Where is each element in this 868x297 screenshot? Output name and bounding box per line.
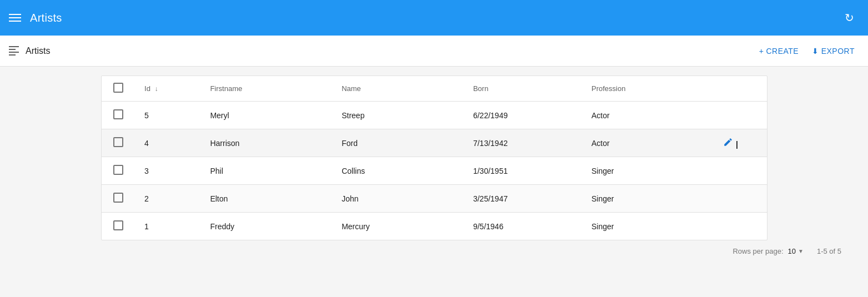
row-id: 2	[136, 185, 201, 213]
rows-per-page-select[interactable]: 10 ▼	[788, 247, 804, 255]
th-born[interactable]: Born	[464, 76, 583, 102]
row-name: Collins	[333, 157, 464, 185]
edit-icon[interactable]	[723, 137, 733, 147]
row-id: 5	[136, 102, 201, 129]
row-checkbox[interactable]	[113, 193, 123, 203]
row-actions	[714, 185, 767, 213]
rows-per-page: Rows per page: 10 ▼	[732, 247, 803, 255]
content: Id ↓ Firstname Name Born Profession 5Mer…	[0, 67, 868, 271]
row-checkbox-cell	[102, 102, 136, 129]
row-firstname: Phil	[201, 157, 333, 185]
export-button[interactable]: ⬇ EXPORT	[807, 43, 859, 59]
app-bar-title: Artists	[30, 12, 62, 24]
hamburger-icon[interactable]	[9, 14, 21, 22]
create-button[interactable]: + CREATE	[755, 43, 803, 59]
row-profession: Singer	[583, 213, 714, 240]
table-row: 5MerylStreep6/22/1949Actor	[102, 102, 767, 129]
row-checkbox[interactable]	[113, 109, 123, 119]
sub-header-title: Artists	[26, 46, 50, 56]
th-profession[interactable]: Profession	[583, 76, 714, 102]
table-row: 3PhilCollins1/30/1951Singer	[102, 157, 767, 185]
sort-icon: ↓	[155, 85, 158, 93]
sub-header-left: Artists	[9, 46, 50, 56]
row-firstname: Elton	[201, 185, 333, 213]
sub-header-actions: + CREATE ⬇ EXPORT	[755, 43, 859, 59]
row-checkbox-cell	[102, 157, 136, 185]
th-firstname[interactable]: Firstname	[201, 76, 333, 102]
row-name: John	[333, 185, 464, 213]
row-checkbox[interactable]	[113, 137, 123, 147]
row-actions	[714, 102, 767, 129]
th-checkbox	[102, 76, 136, 102]
row-profession: Actor	[583, 129, 714, 157]
row-profession: Actor	[583, 102, 714, 129]
rows-dropdown-arrow: ▼	[798, 248, 804, 254]
row-born: 7/13/1942	[464, 129, 583, 157]
th-actions	[714, 76, 767, 102]
row-born: 3/25/1947	[464, 185, 583, 213]
row-firstname: Harrison	[201, 129, 333, 157]
row-id: 1	[136, 213, 201, 240]
row-actions	[714, 213, 767, 240]
row-checkbox-cell	[102, 129, 136, 157]
row-born: 1/30/1951	[464, 157, 583, 185]
list-view-icon[interactable]	[9, 46, 19, 56]
app-bar: Artists ↻	[0, 0, 868, 36]
table-wrapper: Id ↓ Firstname Name Born Profession 5Mer…	[101, 75, 767, 240]
row-firstname: Meryl	[201, 102, 333, 129]
row-actions	[714, 129, 767, 157]
row-checkbox-cell	[102, 213, 136, 240]
refresh-icon[interactable]: ↻	[839, 8, 859, 28]
sub-header: Artists + CREATE ⬇ EXPORT	[0, 36, 868, 67]
row-name: Mercury	[333, 213, 464, 240]
row-born: 9/5/1946	[464, 213, 583, 240]
row-actions	[714, 157, 767, 185]
row-name: Ford	[333, 129, 464, 157]
artists-table: Id ↓ Firstname Name Born Profession 5Mer…	[102, 76, 767, 240]
table-row: 1FreddyMercury9/5/1946Singer	[102, 213, 767, 240]
table-row: 4HarrisonFord7/13/1942Actor	[102, 129, 767, 157]
th-id[interactable]: Id ↓	[136, 76, 201, 102]
table-row: 2EltonJohn3/25/1947Singer	[102, 185, 767, 213]
download-icon: ⬇	[812, 47, 819, 56]
row-firstname: Freddy	[201, 213, 333, 240]
row-name: Streep	[333, 102, 464, 129]
pagination: Rows per page: 10 ▼ 1-5 of 5	[13, 240, 855, 262]
row-checkbox[interactable]	[113, 220, 123, 230]
rows-per-page-value: 10	[788, 247, 796, 255]
header-checkbox[interactable]	[113, 83, 123, 93]
cursor-indicator	[736, 141, 741, 149]
row-checkbox[interactable]	[113, 165, 123, 175]
row-id: 3	[136, 157, 201, 185]
row-profession: Singer	[583, 157, 714, 185]
row-profession: Singer	[583, 185, 714, 213]
page-info: 1-5 of 5	[817, 247, 841, 255]
table-header-row: Id ↓ Firstname Name Born Profession	[102, 76, 767, 102]
table-body: 5MerylStreep6/22/1949Actor4HarrisonFord7…	[102, 102, 767, 240]
th-name[interactable]: Name	[333, 76, 464, 102]
row-checkbox-cell	[102, 185, 136, 213]
plus-icon: +	[759, 47, 764, 56]
row-born: 6/22/1949	[464, 102, 583, 129]
rows-per-page-label: Rows per page:	[732, 247, 783, 255]
row-id: 4	[136, 129, 201, 157]
app-bar-left: Artists	[9, 12, 62, 24]
